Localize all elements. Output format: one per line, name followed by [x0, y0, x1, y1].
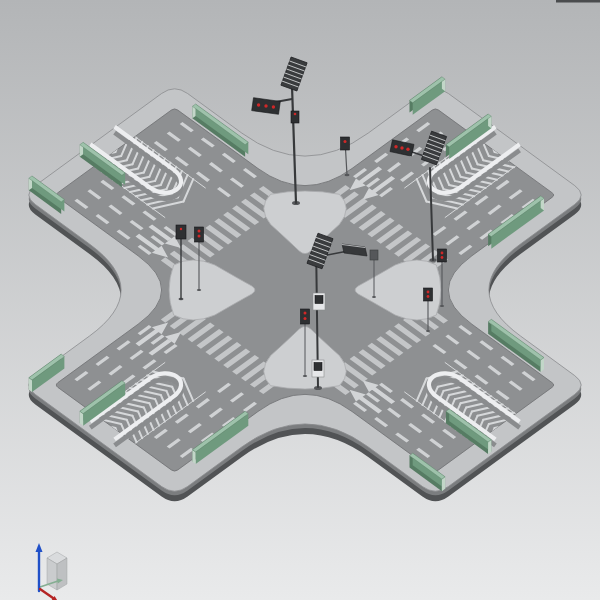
signal-box: [424, 288, 433, 301]
signal-box: [301, 309, 310, 324]
signal-red-light: [257, 103, 260, 106]
signal-red-light: [198, 235, 201, 238]
signal-red-light: [180, 228, 182, 230]
signal-red-light: [198, 230, 201, 233]
intersection-model-scene: [0, 0, 600, 600]
triad-up-arrow: [36, 543, 43, 552]
road-intersection-model[interactable]: [29, 77, 581, 501]
signal-red-light: [344, 140, 347, 143]
window-edge-artifact: [556, 0, 600, 3]
signal-red-light: [406, 148, 409, 151]
triad-front-axis: [40, 589, 53, 598]
signal-red-light: [304, 312, 307, 315]
signal-box: [438, 249, 447, 262]
signal-red-light: [427, 291, 430, 294]
signal-red-light: [304, 317, 307, 320]
signal-red-light: [294, 113, 297, 116]
signal-red-light: [441, 256, 444, 259]
signal-red-light: [272, 105, 275, 108]
signal-red-light: [394, 145, 397, 148]
signal-red-light: [264, 104, 267, 107]
signal-box: [315, 296, 323, 304]
signal-box: [341, 137, 350, 150]
signal-box: [176, 225, 186, 239]
signal-red-light: [400, 146, 403, 149]
signal-box: [370, 250, 378, 260]
signal-red-light: [427, 295, 430, 298]
louver-panel: [281, 57, 307, 91]
signal-box: [314, 363, 322, 371]
view-orientation-triad[interactable]: [36, 543, 68, 600]
cad-3d-viewport[interactable]: [0, 0, 600, 600]
signal-red-light: [441, 252, 444, 255]
